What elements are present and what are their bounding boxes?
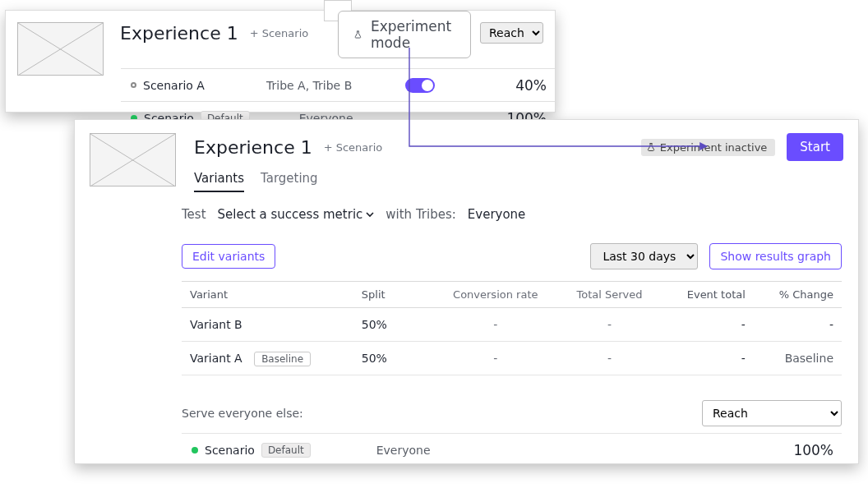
thumbnail-placeholder — [17, 22, 104, 76]
variant-name: Variant A — [190, 352, 242, 365]
with-tribes-label: with Tribes: — [386, 207, 456, 222]
variants-table: Variant Split Conversion rate Total Serv… — [182, 281, 842, 375]
show-results-graph-button[interactable]: Show results graph — [709, 243, 842, 269]
experiment-mode-label: Experiment mode — [371, 18, 455, 51]
scenario-name: Scenario A — [143, 79, 266, 92]
add-scenario-link[interactable]: + Scenario — [324, 141, 383, 154]
default-badge: Default — [261, 443, 311, 458]
scenario-toggle[interactable] — [405, 78, 435, 93]
experiment-mode-callout-container: Experiment mode — [324, 0, 352, 21]
table-row[interactable]: Variant B 50% - - - - — [182, 308, 842, 342]
col-change: % Change — [754, 282, 842, 308]
tab-targeting[interactable]: Targeting — [261, 171, 318, 192]
scenario-name: Scenario — [205, 444, 255, 457]
scenario-tribes: Everyone — [376, 444, 431, 457]
tribes-value: Everyone — [468, 207, 526, 222]
flask-icon — [353, 28, 362, 41]
start-button[interactable]: Start — [787, 133, 843, 161]
chevron-down-icon — [366, 210, 374, 219]
add-scenario-link[interactable]: + Scenario — [250, 27, 309, 39]
thumbnail-placeholder — [90, 133, 176, 186]
date-range-select[interactable]: Last 30 days — [590, 243, 698, 269]
status-dot — [192, 447, 198, 453]
experience-title: Experience 1 — [120, 23, 238, 44]
flask-icon — [646, 142, 656, 152]
reach-select[interactable]: Reach — [480, 22, 543, 44]
scenario-pct: 40% — [506, 77, 547, 94]
col-variant: Variant — [182, 282, 353, 308]
col-conversion: Conversion rate — [432, 282, 558, 308]
scenario-row[interactable]: Scenario Default Everyone 100% — [182, 433, 842, 466]
reach-select[interactable]: Reach — [702, 400, 842, 426]
scenario-row[interactable]: Scenario A Tribe A, Tribe B 40% — [121, 68, 555, 101]
experience-card-compact: Experience 1 + Scenario Reach Scenario A… — [5, 10, 556, 113]
table-row[interactable]: Variant A Baseline 50% - - - Baseline — [182, 342, 842, 375]
col-event: Event total — [661, 282, 754, 308]
experience-title: Experience 1 — [194, 137, 312, 158]
tab-variants[interactable]: Variants — [194, 171, 244, 192]
edit-variants-button[interactable]: Edit variants — [182, 244, 275, 269]
experiment-mode-callout[interactable]: Experiment mode — [338, 11, 471, 58]
variant-name: Variant B — [190, 318, 242, 331]
baseline-badge: Baseline — [254, 352, 311, 366]
col-served: Total Served — [558, 282, 660, 308]
experience-card-experiment: Experience 1 + Scenario Experiment inact… — [74, 119, 859, 464]
test-label: Test — [182, 207, 206, 222]
experiment-status-badge: Experiment inactive — [641, 139, 776, 156]
scenario-tribes: Tribe A, Tribe B — [266, 79, 352, 92]
col-split: Split — [353, 282, 432, 308]
serve-label: Serve everyone else: — [182, 407, 303, 420]
metric-select[interactable]: Select a success metric — [218, 207, 375, 222]
status-dot — [131, 82, 136, 88]
scenario-pct: 100% — [792, 442, 833, 458]
